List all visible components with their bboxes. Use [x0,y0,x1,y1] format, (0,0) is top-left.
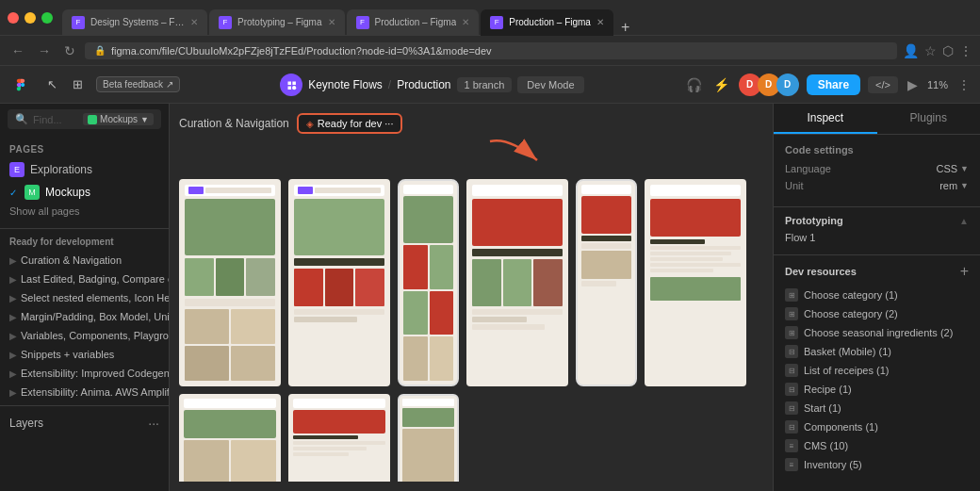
resource-label-7: Start (1) [804,402,841,414]
extension-icon[interactable]: ⬡ [942,43,954,58]
frame-6[interactable] [645,179,746,386]
nav-item-last-edited[interactable]: ▶ Last Edited, Badging, Compare changes [0,270,169,288]
resource-item-5[interactable]: ⊟ List of receipes (1) [785,361,969,380]
arrow-tool[interactable]: ↖ [41,74,63,95]
nav-arrow-ext1: ▶ [9,368,17,379]
forward-button[interactable]: → [34,43,55,58]
nav-item-extensibility2[interactable]: ▶ Extensibility: Anima. AWS Amplify Stud… [0,383,169,401]
sidebar-bottom: Layers ··· [0,410,169,436]
address-bar: ← → ↻ 🔒 figma.com/file/CUbuuIoMx2pFZje8j… [0,36,980,66]
unit-dropdown[interactable]: rem ▼ [939,180,969,191]
nav-separator: / [388,78,391,91]
add-resource-button[interactable]: + [960,263,969,280]
show-all-pages[interactable]: Show all pages [0,204,169,219]
frame-3[interactable] [398,179,459,386]
language-dropdown[interactable]: CSS ▼ [936,163,969,174]
tab-inspect[interactable]: Inspect [774,104,877,134]
resource-icon-4: ⊟ [785,345,798,358]
nav-item-variables[interactable]: ▶ Variables, Components, Playground, Dev… [0,326,169,345]
url-bar[interactable]: 🔒 figma.com/file/CUbuuIoMx2pFZje8jTzFEd/… [85,42,897,59]
search-box[interactable]: 🔍 Find... Mockups ▼ [8,109,161,129]
close-dot[interactable] [8,12,19,24]
nav-arrow-last-edited: ▶ [9,274,17,285]
ready-for-dev-header: Ready for development [0,233,169,251]
reload-button[interactable]: ↻ [60,43,79,58]
avatar-group: D D D [739,74,799,96]
layers-more-button[interactable]: ··· [148,416,159,431]
project-nav: Keynote Flows / Production [308,78,450,91]
new-tab-button[interactable]: + [615,19,635,36]
tab-close-2[interactable]: ✕ [328,17,335,27]
share-button[interactable]: Share [807,74,860,95]
resource-item-8[interactable]: ⊟ Components (1) [785,417,969,436]
resource-item-2[interactable]: ⊞ Choose category (2) [785,304,969,323]
resource-icon-9: ≡ [785,439,798,452]
avatar-3: D [776,74,799,96]
nav-item-select[interactable]: ▶ Select nested elements, Icon Heuristic… [0,288,169,307]
search-icon: 🔍 [15,113,28,125]
nav-item-margin[interactable]: ▶ Margin/Padding, Box Model, Units [0,307,169,326]
ready-icon: ◈ [306,119,314,129]
left-sidebar: 🔍 Find... Mockups ▼ Pages E Explorations… [0,104,170,491]
nav-item-snippets[interactable]: ▶ Snippets + variables [0,345,169,364]
production-name[interactable]: Production [397,78,450,91]
tab-label-4: Production – Figma [509,17,591,27]
nav-item-extensibility1[interactable]: ▶ Extensibility: Improved Codegen, Figma… [0,364,169,383]
more-options-icon-btn[interactable]: ⋮ [956,75,972,94]
page-item-mockups[interactable]: ✓ M Mockups [0,181,169,204]
resource-item-9[interactable]: ≡ CMS (10) [785,436,969,455]
minimize-dot[interactable] [24,12,36,24]
browser-tab-3[interactable]: F Production – Figma ✕ [347,9,480,36]
back-button[interactable]: ← [8,43,28,58]
resource-item-4[interactable]: ⊟ Basket (Mobile) (1) [785,342,969,361]
figma-logo[interactable] [8,72,34,98]
layers-label: Layers [9,417,43,430]
dev-mode-button[interactable]: Dev Mode [517,76,583,93]
tab-plugins[interactable]: Plugins [877,104,981,134]
ready-for-dev-badge[interactable]: ◈ Ready for dev ··· [297,113,403,134]
nav-item-curation[interactable]: ▶ Curation & Navigation [0,251,169,270]
frame-8[interactable] [288,394,390,482]
settings-icon[interactable]: ⋮ [959,43,972,58]
branch-button[interactable]: 1 branch [457,77,513,92]
frame-4[interactable] [466,179,568,386]
tab-close-3[interactable]: ✕ [462,17,469,27]
resource-item-1[interactable]: ⊞ Choose category (1) [785,286,969,304]
headphone-icon-btn[interactable]: 🎧 [684,75,704,94]
page-label-explorations: Explorations [30,163,92,176]
resource-item-10[interactable]: ≡ Inventory (5) [785,455,969,474]
pages-header: Pages [0,140,169,158]
beta-feedback-badge[interactable]: Beta feedback ↗ [96,76,180,92]
frame-2[interactable] [288,179,390,386]
activity-icon-btn[interactable]: ⚡ [711,75,731,94]
tab-close-1[interactable]: ✕ [190,17,198,27]
flow-item-1: Flow 1 [785,232,969,243]
present-button[interactable]: ▶ [906,75,920,94]
browser-tab-2[interactable]: F Prototyping – Figma ✕ [209,9,345,36]
frame-7[interactable] [179,394,281,482]
nav-arrow-snippets: ▶ [9,350,17,360]
resource-item-6[interactable]: ⊟ Recipe (1) [785,380,969,399]
prototyping-collapse-btn[interactable]: ▲ [959,216,969,226]
tab-label-1: Design Systems – Figma [90,17,185,27]
resource-item-7[interactable]: ⊟ Start (1) [785,399,969,417]
frame-1[interactable] [179,179,281,386]
frame-5[interactable] [576,179,637,386]
resource-icon-6: ⊟ [785,383,798,396]
browser-tab-4[interactable]: F Production – Figma ✕ [481,9,613,36]
page-item-explorations[interactable]: E Explorations [0,158,169,181]
toolbar-center: Keynote Flows / Production 1 branch Dev … [188,74,677,96]
tab-close-4[interactable]: ✕ [596,17,604,27]
svg-point-0 [292,86,296,90]
language-value: CSS [936,163,957,174]
frame-tool[interactable]: ⊞ [67,74,89,95]
profile-icon[interactable]: 👤 [903,43,919,58]
arrow-svg [481,132,556,188]
browser-tab-1[interactable]: F Design Systems – Figma ✕ [62,9,207,36]
resource-item-3[interactable]: ⊞ Choose seasonal ingredients (2) [785,323,969,342]
frames-row-2 [179,394,763,482]
frame-9[interactable] [398,394,459,482]
star-icon[interactable]: ☆ [924,43,937,58]
code-toggle-button[interactable]: </> [868,76,898,93]
maximize-dot[interactable] [41,12,53,24]
